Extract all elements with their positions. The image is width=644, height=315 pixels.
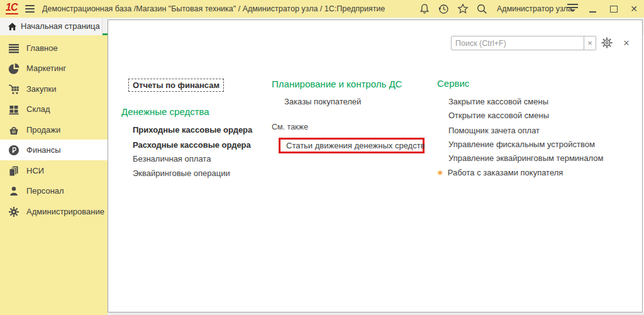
- cart-icon: [8, 84, 19, 95]
- menu-item-fiskalnoe-ustroystvo[interactable]: Управление фискальным устройством: [448, 138, 595, 150]
- pallet-icon: [8, 104, 19, 115]
- main-menu-icon[interactable]: [25, 5, 35, 13]
- sidebar-item-label: Маркетинг: [26, 64, 66, 73]
- sidebar-item-nsi[interactable]: НСИ: [0, 160, 108, 181]
- person-icon: [8, 185, 19, 197]
- menu-item-zakrytie-smeny[interactable]: Закрытие кассовой смены: [448, 96, 548, 108]
- active-tab-indicator: [103, 33, 108, 35]
- menu-item-pomoshchnik-zacheta[interactable]: Помощник зачета оплат: [448, 124, 540, 136]
- sections-panel: Главное Маркетинг Закупки: [0, 35, 108, 315]
- sidebar-item-label: Персонал: [26, 186, 64, 196]
- menu-item-otkrytie-smeny[interactable]: Открытие кассовой смены: [448, 109, 549, 121]
- window-title: Демонстрационная база /Магазин "Бытовая …: [42, 0, 385, 18]
- group-header-service: Сервис: [437, 77, 469, 89]
- minimize-button[interactable]: [586, 0, 599, 18]
- bell-icon[interactable]: [419, 3, 430, 14]
- menu-item-stati-dvizheniya-ds[interactable]: Статьи движения денежных средств: [280, 141, 425, 150]
- sidebar-item-prodazhi[interactable]: Продажи: [0, 119, 108, 140]
- search-clear-button[interactable]: ×: [584, 36, 596, 50]
- finance-reports-button[interactable]: Отчеты по финансам: [128, 79, 224, 92]
- current-user[interactable]: Администратор узла: [497, 0, 572, 18]
- panel-close-button[interactable]: ✕: [621, 37, 632, 48]
- menu-item-ekvayringovye-operacii[interactable]: Эквайринговые операции: [133, 167, 230, 179]
- sidebar-item-glavnoe[interactable]: Главное: [0, 38, 108, 58]
- sidebar-item-label: Администрирование: [26, 207, 104, 216]
- highlight-annotation-box: Статьи движения денежных средств: [279, 138, 425, 153]
- menu-item-rashodnye-ordera[interactable]: Расходные кассовые ордера: [133, 139, 251, 151]
- favorites-star-icon[interactable]: [457, 3, 469, 14]
- sidebar-item-zakupki[interactable]: Закупки: [0, 79, 108, 99]
- home-page-tab[interactable]: Начальная страница: [0, 18, 103, 35]
- menu-item-beznalichnaya-oplata[interactable]: Безналичная оплата: [133, 153, 211, 165]
- 1c-logo: 1С: [6, 2, 18, 14]
- sidebar-item-finansy[interactable]: Финансы: [0, 140, 108, 160]
- settings-gear-icon[interactable]: [601, 36, 613, 49]
- sidebar-item-marketing[interactable]: Маркетинг: [0, 58, 108, 79]
- sidebar-item-label: Главное: [26, 43, 58, 53]
- sidebar-item-label: Закупки: [26, 84, 56, 94]
- service-menu-icon[interactable]: [567, 4, 578, 14]
- group-header-planning: Планирование и контроль ДС: [272, 78, 402, 90]
- group-header-cash: Денежные средства: [121, 106, 209, 118]
- functions-menu-panel: × ✕ Отчеты по финансам Денежные средства…: [108, 19, 643, 312]
- pie-chart-icon: [8, 63, 19, 74]
- sidebar-item-label: Продажи: [26, 125, 60, 135]
- close-window-button[interactable]: ✕: [627, 0, 641, 18]
- menu-item-label: Работа с заказами покупателя: [448, 167, 564, 179]
- home-tab-label: Начальная страница: [21, 18, 100, 35]
- menu-item-prihodnye-ordera[interactable]: Приходные кассовые ордера: [133, 124, 252, 136]
- search-input[interactable]: [451, 36, 584, 50]
- documents-icon: [8, 165, 19, 177]
- menu-item-rabota-s-zakazami[interactable]: ★ Работа с заказами покупателя: [436, 167, 563, 179]
- home-icon: [8, 22, 17, 31]
- sidebar-item-label: Финансы: [26, 145, 61, 155]
- basket-icon: [8, 124, 19, 136]
- favorite-star-icon: ★: [436, 167, 444, 179]
- menu-item-zakazy-pokupateley[interactable]: Заказы покупателей: [284, 96, 361, 108]
- minimize-icon: [589, 11, 596, 13]
- sidebar-item-administrirovanie[interactable]: Администрирование: [0, 201, 108, 222]
- maximize-button[interactable]: [607, 0, 621, 18]
- status-strip: [108, 312, 644, 315]
- 1c-application-window: 1С Демонстрационная база /Магазин "Бытов…: [0, 0, 644, 315]
- ruble-circle-icon: [8, 145, 19, 156]
- menu-item-ekvayringovyy-terminal[interactable]: Управление эквайринговым терминалом: [448, 152, 603, 164]
- sidebar-item-label: НСИ: [26, 166, 44, 175]
- sidebar-item-sklad[interactable]: Склад: [0, 99, 108, 119]
- gear-icon: [8, 206, 19, 218]
- see-also-label: См. также: [272, 121, 308, 133]
- sidebar-item-personal[interactable]: Персонал: [0, 180, 108, 201]
- title-bar: 1С Демонстрационная база /Магазин "Бытов…: [0, 0, 644, 18]
- maximize-icon: [610, 6, 618, 13]
- bars-icon: [8, 43, 19, 54]
- global-search-icon[interactable]: [476, 3, 487, 14]
- history-icon[interactable]: [438, 3, 449, 14]
- sidebar-item-label: Склад: [26, 104, 50, 114]
